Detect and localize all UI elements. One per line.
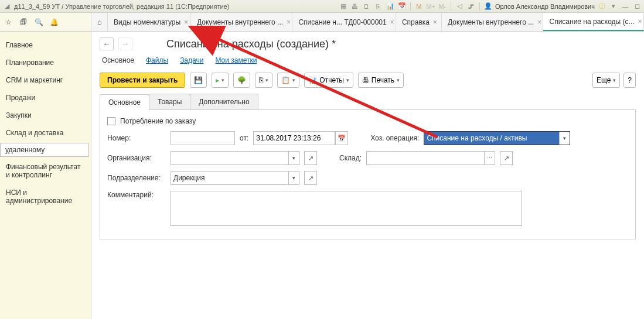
tab-close-icon[interactable]: × [390, 18, 394, 26]
copy-icon: 📋 [281, 76, 290, 84]
doc-icon[interactable]: 🗋 [362, 2, 372, 11]
minimize-icon[interactable]: — [621, 2, 630, 11]
maximize-icon[interactable]: ◻ [632, 2, 642, 11]
tab[interactable]: Документы внутреннего ...× [191, 13, 292, 31]
calc-icon[interactable]: 📊 [386, 2, 395, 11]
sidebar-item[interactable]: Финансовый результат и контроллинг [0, 158, 91, 184]
help-button[interactable]: ? [623, 73, 636, 88]
consume-by-order-checkbox[interactable] [107, 117, 115, 125]
sidebar-item[interactable]: Планирование [0, 54, 91, 71]
home-tab[interactable]: ⌂ [91, 13, 108, 31]
sidebar-item[interactable]: CRM и маркетинг [0, 71, 91, 89]
sklad-label: Склад: [339, 154, 362, 162]
save-button[interactable]: 💾 [190, 73, 207, 88]
link-notes[interactable]: Мои заметки [215, 56, 257, 64]
more-button[interactable]: Еще▾ [592, 73, 620, 88]
page-title: Списание на расходы (создание) * [166, 38, 336, 50]
nav-back-button[interactable]: ← [100, 37, 114, 50]
calendar-icon[interactable]: 📅 [397, 2, 407, 11]
sidebar-item[interactable]: Продажи [0, 89, 91, 107]
org-dropdown-button[interactable]: ▾ [288, 152, 299, 164]
m-icon[interactable]: M [414, 2, 424, 11]
reports-button[interactable]: 📊Отчеты▾ [304, 73, 353, 88]
post-button[interactable]: ▸▾ [212, 73, 229, 88]
sklad-more-button[interactable]: ⋯ [484, 152, 495, 164]
form-tab[interactable]: Товары [149, 94, 190, 109]
podr-dropdown-button[interactable]: ▾ [288, 171, 299, 184]
org-open-button[interactable]: ↗ [304, 151, 317, 165]
grid-icon[interactable]: ▦ [339, 2, 348, 11]
sklad-select[interactable]: ⋯ [366, 151, 495, 165]
podr-open-button[interactable]: ↗ [304, 171, 317, 185]
tab[interactable]: Виды номенклатуры× [108, 13, 191, 31]
tab-label: Справка [402, 18, 430, 26]
date-input[interactable] [253, 131, 335, 145]
tab[interactable]: Документы внутреннего ...× [442, 13, 543, 31]
tab[interactable]: Справка× [396, 13, 442, 31]
tab-label: Документы внутреннего ... [197, 18, 283, 26]
sidebar-item[interactable]: НСИ и администрирование [0, 184, 91, 210]
podr-label: Подразделение: [107, 174, 166, 182]
org-select[interactable]: ▾ [171, 151, 299, 165]
floppy-icon: 💾 [194, 76, 203, 84]
bell-icon[interactable]: 🔔 [49, 18, 59, 27]
app-icon: ◢ [2, 2, 12, 11]
info-icon[interactable]: ⓘ [597, 2, 606, 11]
sidebar-item[interactable]: Главное [0, 36, 91, 54]
comment-input[interactable] [171, 191, 522, 226]
tab-label: Списание н... ТД00-000001 [298, 18, 386, 26]
print-button[interactable]: 🖶Печать▾ [358, 73, 404, 88]
compare-icon[interactable]: ⎘ [374, 2, 383, 11]
star-icon[interactable]: ☆ [4, 18, 13, 27]
structure-button[interactable]: 🌳 [233, 73, 250, 88]
m-minus-icon[interactable]: M- [438, 2, 447, 11]
back-nav-icon[interactable]: ◁ [455, 2, 464, 11]
sidebar-item[interactable]: Закупки [0, 107, 91, 124]
consume-by-order-label: Потребление по заказу [120, 117, 196, 125]
create-based-button[interactable]: 📋▾ [277, 73, 299, 88]
sklad-open-button[interactable]: ↗ [500, 151, 513, 165]
hoz-operation-label: Хоз. операция: [370, 134, 419, 142]
tab-close-icon[interactable]: × [638, 18, 642, 26]
tab-close-icon[interactable]: × [287, 18, 291, 26]
hoz-dropdown-button[interactable]: ▾ [559, 132, 570, 145]
sidebar-item[interactable]: Склад и доставка [0, 124, 91, 142]
tab-close-icon[interactable]: × [433, 18, 437, 26]
tab-strip: ☆ 🗐 🔍 🔔 ⌂ Виды номенклатуры×Документы вн… [0, 13, 644, 32]
hoz-operation-select[interactable]: Списание на расходы / активы ▾ [424, 131, 570, 145]
search-icon[interactable]: 🔍 [34, 18, 43, 27]
tab-label: Виды номенклатуры [114, 18, 180, 26]
podr-select[interactable]: Дирекция ▾ [171, 171, 299, 185]
tab-label: Документы внутреннего ... [448, 18, 534, 26]
clipboard-icon[interactable]: 🗐 [19, 18, 28, 27]
tab[interactable]: Списание н... ТД00-000001× [292, 13, 396, 31]
number-label: Номер: [107, 134, 166, 142]
tab-label: Списание на расходы (с... [549, 18, 634, 26]
window-title: д11_3_4_59 УТ / Управление торговлей, ре… [14, 3, 229, 10]
number-input[interactable] [171, 131, 235, 145]
dropdown-icon[interactable]: ▾ [609, 2, 618, 11]
title-bar: ◢ д11_3_4_59 УТ / Управление торговлей, … [0, 0, 644, 13]
link-main[interactable]: Основное [102, 56, 134, 64]
post-and-close-button[interactable]: Провести и закрыть [100, 73, 185, 88]
print-icon[interactable]: 🖶 [350, 2, 360, 11]
link-tasks[interactable]: Задачи [180, 56, 203, 64]
podr-value: Дирекция [171, 171, 288, 184]
nav-forward-button[interactable]: → [118, 37, 132, 50]
tree-icon: 🌳 [237, 76, 246, 84]
link-files[interactable]: Файлы [146, 56, 168, 64]
form-tab[interactable]: Основное [100, 94, 149, 110]
sidebar-item[interactable]: удаленному [0, 143, 88, 157]
m-plus-icon[interactable]: M+ [426, 2, 435, 11]
link-icon[interactable]: 🖇 [466, 2, 476, 11]
tab-close-icon[interactable]: × [184, 18, 188, 26]
form-tab[interactable]: Дополнительно [190, 94, 258, 109]
post-icon: ▸ [216, 76, 219, 84]
date-picker-button[interactable]: 📅 [335, 131, 348, 145]
basis-button[interactable]: ⎘▾ [255, 73, 272, 88]
sidebar: ГлавноеПланированиеCRM и маркетингПродаж… [0, 32, 91, 319]
tab-close-icon[interactable]: × [537, 18, 541, 26]
user-name: Орлов Александр Владимирович [495, 3, 595, 10]
tab[interactable]: Списание на расходы (с...× [543, 13, 644, 31]
org-label: Организация: [107, 154, 166, 162]
